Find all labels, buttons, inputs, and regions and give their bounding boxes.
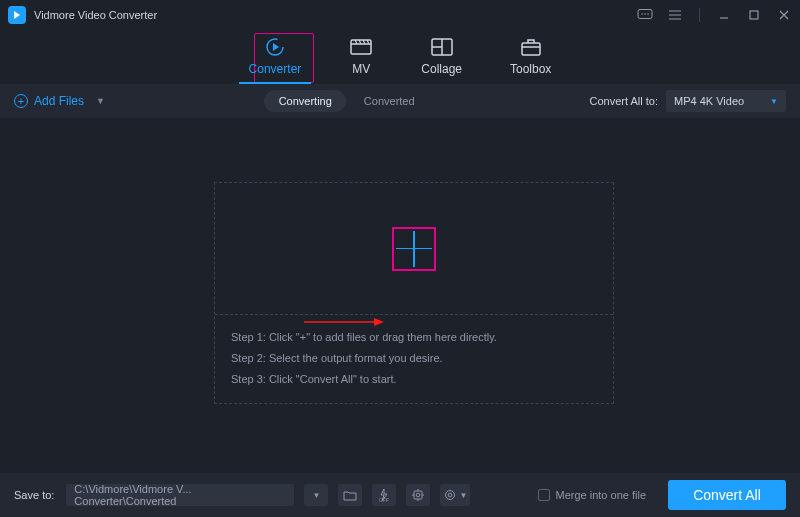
save-to-label: Save to: [14,489,54,501]
tab-toolbox[interactable]: Toolbox [510,36,551,76]
svg-point-3 [647,13,649,15]
instructions: Step 1: Click "+" to add files or drag t… [215,315,613,402]
convert-all-to-label: Convert All to: [590,95,658,107]
svg-rect-8 [522,43,540,55]
open-folder-button[interactable] [338,484,362,506]
module-tabs: Converter MV Collage Toolbox [0,30,800,84]
chevron-down-icon: ▼ [770,97,778,106]
converter-icon [263,36,287,58]
toolbox-icon [519,36,543,58]
svg-point-13 [446,491,455,500]
folder-icon [343,489,357,501]
output-format-value: MP4 4K Video [674,95,744,107]
tab-converting-label: Converting [279,95,332,107]
chip-icon [411,488,425,502]
gear-icon [443,488,457,502]
svg-point-14 [449,493,453,497]
mv-icon [349,36,373,58]
save-path-dropdown[interactable]: ▼ [304,484,328,506]
app-title: Vidmore Video Converter [34,9,157,21]
tab-label: Converter [249,62,302,76]
convert-all-button-label: Convert All [693,487,761,503]
tab-label: Toolbox [510,62,551,76]
minimize-icon[interactable] [716,7,732,23]
chevron-down-icon: ▼ [459,491,467,500]
drop-zone-upper [215,183,613,315]
feedback-icon[interactable] [637,7,653,23]
bolt-off-icon: OFF [377,488,391,502]
settings-button[interactable]: ▼ [440,484,470,506]
save-path-value: C:\Vidmore\Vidmore V... Converter\Conver… [74,483,286,507]
maximize-icon[interactable] [746,7,762,23]
tab-converted[interactable]: Converted [348,90,430,112]
window-divider [699,8,700,22]
collage-icon [430,36,454,58]
tab-label: MV [352,62,370,76]
step-2: Step 2: Select the output format you des… [231,348,597,369]
merge-label: Merge into one file [556,489,647,501]
step-3: Step 3: Click "Convert All" to start. [231,369,597,390]
app-logo [8,6,26,24]
tab-mv[interactable]: MV [349,36,373,76]
main-area: Step 1: Click "+" to add files or drag t… [0,118,800,444]
add-files-button[interactable]: + Add Files ▼ [14,94,105,108]
svg-point-1 [641,13,643,15]
high-speed-button[interactable] [406,484,430,506]
svg-rect-4 [750,11,758,19]
toolbar-row: + Add Files ▼ Converting Converted Conve… [0,84,800,118]
close-icon[interactable] [776,7,792,23]
svg-text:OFF: OFF [379,497,389,502]
bottom-bar: Save to: C:\Vidmore\Vidmore V... Convert… [0,473,800,517]
drop-zone[interactable]: Step 1: Click "+" to add files or drag t… [214,182,614,404]
svg-rect-11 [414,491,422,499]
tab-collage[interactable]: Collage [421,36,462,76]
save-path-field[interactable]: C:\Vidmore\Vidmore V... Converter\Conver… [66,484,294,506]
chevron-down-icon: ▼ [312,491,320,500]
hardware-accel-button[interactable]: OFF [372,484,396,506]
menu-icon[interactable] [667,7,683,23]
window-titlebar: Vidmore Video Converter [0,0,800,30]
tab-converting[interactable]: Converting [264,90,346,112]
tab-label: Collage [421,62,462,76]
add-files-label: Add Files [34,94,84,108]
convert-all-button[interactable]: Convert All [668,480,786,510]
output-format-select[interactable]: MP4 4K Video ▼ [666,90,786,112]
plus-circle-icon: + [14,94,28,108]
svg-point-2 [644,13,646,15]
merge-checkbox[interactable]: Merge into one file [538,489,647,501]
svg-point-12 [417,493,421,497]
checkbox-icon [538,489,550,501]
tab-converter[interactable]: Converter [249,36,302,76]
big-plus-icon[interactable] [392,227,436,271]
chevron-down-icon: ▼ [96,96,105,106]
step-1: Step 1: Click "+" to add files or drag t… [231,327,597,348]
tab-converted-label: Converted [364,95,415,107]
